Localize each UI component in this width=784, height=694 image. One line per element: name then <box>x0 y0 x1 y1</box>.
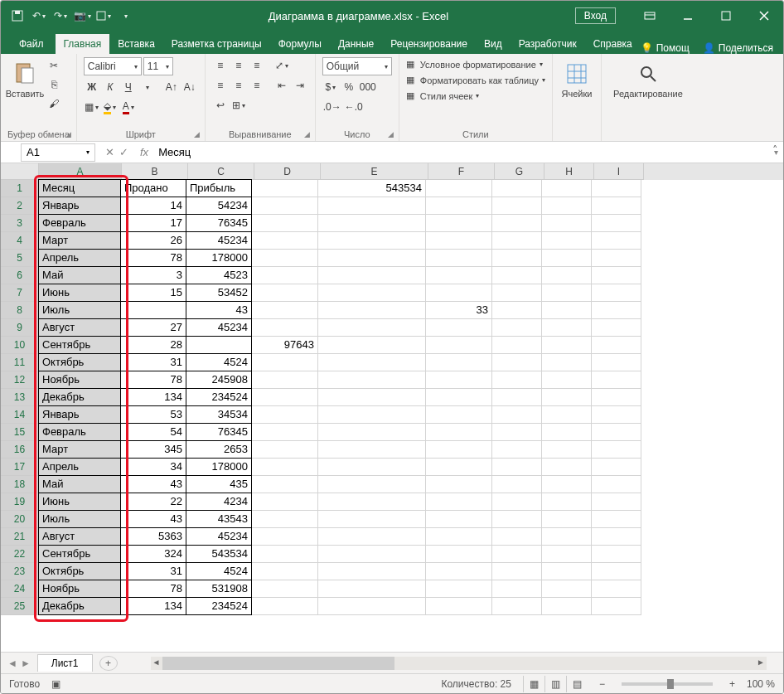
cell[interactable] <box>252 424 318 441</box>
cell[interactable] <box>186 336 252 354</box>
cell[interactable]: 78 <box>120 580 186 598</box>
cell[interactable] <box>426 528 492 546</box>
cell[interactable] <box>592 180 641 197</box>
cell[interactable] <box>492 546 542 563</box>
tab-layout[interactable]: Разметка страницы <box>163 34 270 54</box>
cell[interactable] <box>492 441 542 459</box>
cell[interactable]: Ноябрь <box>38 371 121 389</box>
comma-icon[interactable]: 000 <box>359 79 377 95</box>
row-header[interactable]: 19 <box>1 493 39 511</box>
cell[interactable] <box>426 546 492 563</box>
cell[interactable] <box>252 354 318 371</box>
camera-icon[interactable]: 📷▾ <box>74 7 90 24</box>
align-middle-icon[interactable]: ≡ <box>230 57 247 74</box>
copy-icon[interactable]: ⎘ <box>46 76 62 93</box>
cell[interactable] <box>426 406 492 424</box>
cell[interactable] <box>542 389 592 406</box>
format-painter-icon[interactable]: 🖌 <box>46 95 62 112</box>
cell[interactable] <box>426 459 492 476</box>
font-name-input[interactable]: Calibri▾ <box>84 57 142 75</box>
redo-icon[interactable]: ↷▾ <box>52 7 69 24</box>
cell[interactable] <box>426 319 492 337</box>
cell[interactable] <box>426 232 492 250</box>
align-launcher-icon[interactable]: ◢ <box>304 130 310 138</box>
cell[interactable] <box>318 424 426 441</box>
fx-icon[interactable]: fx <box>135 146 153 158</box>
tab-help[interactable]: Справка <box>585 34 641 54</box>
cell[interactable] <box>252 563 318 580</box>
view-layout-icon[interactable]: ▥ <box>544 676 566 692</box>
cell[interactable] <box>318 546 426 563</box>
cell[interactable]: 76345 <box>186 423 252 441</box>
row-header[interactable]: 6 <box>1 267 39 284</box>
inc-decimal-icon[interactable]: .0→ <box>322 99 342 115</box>
row-header[interactable]: 8 <box>1 302 39 319</box>
horizontal-scrollbar[interactable]: ◄ ► <box>151 657 767 670</box>
cell[interactable] <box>592 371 641 389</box>
cell[interactable] <box>542 180 592 197</box>
cell[interactable]: 27 <box>120 318 186 337</box>
cell[interactable] <box>318 284 426 302</box>
cell[interactable]: 28 <box>120 336 186 354</box>
cell[interactable] <box>252 371 318 389</box>
cell[interactable] <box>542 441 592 459</box>
cell[interactable] <box>542 580 592 598</box>
cell[interactable] <box>426 511 492 528</box>
cell[interactable]: 45234 <box>186 231 252 250</box>
cell[interactable] <box>252 528 318 546</box>
cell[interactable] <box>592 250 641 267</box>
cell[interactable]: Апрель <box>38 249 121 267</box>
cell[interactable] <box>492 563 542 580</box>
cell-styles-button[interactable]: ▦ Стили ячеек▾ <box>406 90 545 101</box>
cell[interactable] <box>592 476 641 493</box>
conditional-format-button[interactable]: ▦ Условное форматирование▾ <box>406 59 545 70</box>
cell[interactable] <box>542 284 592 302</box>
cell[interactable] <box>426 180 492 197</box>
cells-button[interactable]: Ячейки <box>559 57 594 99</box>
underline-button[interactable]: Ч <box>120 79 137 95</box>
sheet-tab[interactable]: Лист1 <box>37 654 93 672</box>
cell[interactable]: Июль <box>38 301 121 319</box>
align-top-icon[interactable]: ≡ <box>212 57 229 74</box>
cell[interactable]: Февраль <box>38 214 121 232</box>
row-header[interactable]: 5 <box>1 250 39 267</box>
row-header[interactable]: 2 <box>1 197 39 215</box>
zoom-level[interactable]: 100 % <box>747 678 775 690</box>
signin-button[interactable]: Вход <box>575 7 616 24</box>
number-format-select[interactable]: Общий▾ <box>322 57 392 75</box>
cell[interactable] <box>492 389 542 406</box>
cell[interactable] <box>318 302 426 319</box>
cell[interactable]: 178000 <box>186 458 252 476</box>
cell[interactable] <box>318 267 426 284</box>
cell[interactable] <box>318 337 426 354</box>
cell[interactable]: 14 <box>120 197 186 215</box>
row-header[interactable]: 11 <box>1 354 39 371</box>
cell[interactable] <box>592 232 641 250</box>
cell[interactable]: 34534 <box>186 405 252 424</box>
tab-review[interactable]: Рецензирование <box>382 34 476 54</box>
cell[interactable]: Июнь <box>38 493 121 511</box>
cell[interactable]: 45234 <box>186 527 252 546</box>
cell[interactable] <box>542 354 592 371</box>
add-sheet-icon[interactable]: + <box>99 656 118 671</box>
cell[interactable]: 531908 <box>186 580 252 598</box>
cell[interactable] <box>252 302 318 319</box>
cell[interactable] <box>426 215 492 232</box>
cell[interactable] <box>318 528 426 546</box>
cell[interactable] <box>426 493 492 511</box>
cell[interactable] <box>592 598 641 615</box>
row-header[interactable]: 17 <box>1 459 39 476</box>
format-as-table-button[interactable]: ▦ Форматировать как таблицу▾ <box>406 75 545 85</box>
cell[interactable] <box>542 250 592 267</box>
row-header[interactable]: 7 <box>1 284 39 302</box>
row-header[interactable]: 18 <box>1 476 39 493</box>
cell[interactable]: Июль <box>38 510 121 528</box>
spreadsheet-grid[interactable]: ABCDEFGHI 123456789101112131415161718192… <box>1 163 783 636</box>
cell[interactable] <box>592 197 641 215</box>
enter-formula-icon[interactable]: ✓ <box>119 146 128 158</box>
col-header-C[interactable]: C <box>188 163 254 180</box>
cell[interactable]: 43543 <box>186 510 252 528</box>
cell[interactable]: 76345 <box>186 214 252 232</box>
cell[interactable]: 53 <box>120 405 186 424</box>
cell[interactable] <box>492 197 542 215</box>
